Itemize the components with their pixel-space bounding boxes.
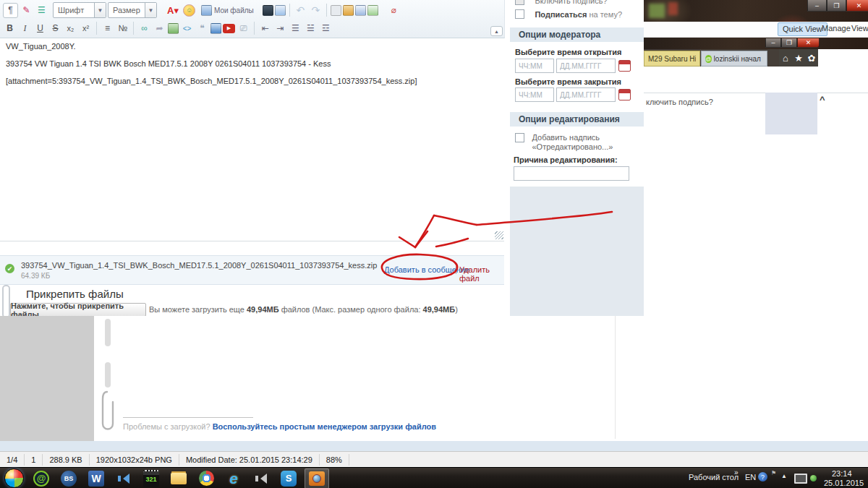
delete-file-link[interactable]: Удалить файл xyxy=(459,265,504,283)
network-tray-icon[interactable] xyxy=(794,474,807,484)
align-center-icon[interactable]: ☱ xyxy=(304,22,318,35)
textarea-resize-grip[interactable] xyxy=(495,231,503,239)
close-date-input[interactable] xyxy=(556,87,616,102)
toolbar-collapse-button[interactable]: ▲ xyxy=(490,26,503,36)
maximize-button[interactable]: ❐ xyxy=(827,0,846,12)
post-text-line[interactable]: [attachment=5:393754_VW_Tiguan_1.4_TSI_B… xyxy=(6,77,417,85)
link-icon[interactable]: ∞ xyxy=(137,22,151,35)
taskbar-ie[interactable]: e xyxy=(222,469,245,488)
align-right-icon[interactable]: ☲ xyxy=(319,22,333,35)
image-icon[interactable] xyxy=(168,23,179,34)
open-date-input[interactable] xyxy=(556,59,616,73)
strike-button[interactable]: S xyxy=(48,22,62,35)
unlink-icon[interactable]: ➦ xyxy=(153,22,166,35)
taskbar-mpc[interactable]: 321 xyxy=(140,469,163,488)
simple-uploader-link[interactable]: Воспользуйтесь простым менеджером загруз… xyxy=(213,422,436,431)
calendar-icon[interactable] xyxy=(618,60,631,72)
browser-tab-lozinskii[interactable]: @ lozinskii начал но... xyxy=(701,51,767,67)
taskbar-bsplayer[interactable]: BS xyxy=(57,469,80,488)
edited-note-row[interactable]: Добавить надпись «Отредактировано...» xyxy=(515,133,642,153)
paste-plain-icon[interactable] xyxy=(367,5,378,16)
bold-button[interactable]: B xyxy=(3,22,17,35)
start-button[interactable] xyxy=(2,469,25,488)
minimize-button[interactable]: – xyxy=(807,0,827,12)
font-dropdown[interactable]: Шрифт ▼ xyxy=(53,2,106,18)
font-color-icon[interactable]: A▾ xyxy=(164,4,182,17)
post-text-line[interactable]: VW_Tiguan_2008Y. xyxy=(6,42,76,51)
menu-manage[interactable]: Manage xyxy=(822,24,851,33)
attach-files-button[interactable]: Нажмите, чтобы прикрепить файлы xyxy=(10,303,146,317)
italic-button[interactable]: I xyxy=(18,22,32,35)
paste-icon[interactable] xyxy=(343,5,354,16)
subscribe-checkbox[interactable] xyxy=(515,9,524,19)
home-icon[interactable]: ⌂ xyxy=(779,53,792,64)
settings-gear-icon[interactable]: ✿ xyxy=(805,53,818,64)
taskbar-sound-device[interactable] xyxy=(250,469,273,488)
clock-date[interactable]: 25.01.2015 xyxy=(824,479,864,487)
help-tray-icon[interactable]: ? xyxy=(758,472,767,481)
taskbar-chrome[interactable] xyxy=(195,469,218,488)
remove-format-icon[interactable]: ⌀ xyxy=(387,4,401,17)
favorites-star-icon[interactable]: ★ xyxy=(792,53,805,64)
bullet-list-icon[interactable]: ≡ xyxy=(101,22,114,35)
status-green-tray-icon[interactable] xyxy=(810,475,817,481)
copy-icon[interactable] xyxy=(331,5,341,16)
underline-button[interactable]: U xyxy=(33,22,47,35)
toolbar-chevron[interactable]: » xyxy=(734,468,739,476)
minimize-button[interactable]: – xyxy=(765,38,781,48)
translate-icon[interactable] xyxy=(275,5,286,16)
smiley-icon[interactable]: ☺ xyxy=(183,4,195,17)
numbered-list-icon[interactable]: № xyxy=(116,22,129,35)
subscript-button[interactable]: x₂ xyxy=(64,22,77,35)
calendar-icon[interactable] xyxy=(618,89,631,100)
taskbar-mailru-agent[interactable]: @ xyxy=(30,469,53,488)
open-time-input[interactable] xyxy=(515,59,554,73)
subscribe-option-row[interactable]: Подписаться на тему? xyxy=(515,9,642,20)
upload-problem-text: Проблемы с загрузкой? xyxy=(123,422,210,431)
close-button[interactable]: ✕ xyxy=(797,38,820,48)
lines-icon[interactable]: ☰ xyxy=(35,4,48,17)
taskbar-capture-active[interactable] xyxy=(305,468,329,488)
quote-icon[interactable]: ❝ xyxy=(195,22,209,35)
signature-checkbox[interactable] xyxy=(515,0,524,5)
post-text-line[interactable]: 393754 VW Tiguan 1.4 TSI BWK Bosch MED17… xyxy=(6,59,331,68)
edited-note-checkbox[interactable] xyxy=(515,133,524,142)
taskbar-s-app[interactable]: S xyxy=(277,469,300,488)
code-icon[interactable]: <> xyxy=(180,22,194,35)
hr-icon[interactable]: ⎚ xyxy=(237,22,250,35)
clock-time[interactable]: 23:14 xyxy=(832,469,852,478)
superscript-button[interactable]: x² xyxy=(79,22,93,35)
bbcode-icon[interactable]: ¶ xyxy=(3,3,18,18)
eraser-icon[interactable]: ✎ xyxy=(20,4,33,17)
align-left-icon[interactable]: ☰ xyxy=(289,22,302,35)
taskbar-word[interactable]: W xyxy=(85,469,108,488)
taskbar-explorer[interactable] xyxy=(167,469,190,488)
taskbar-volume-app[interactable] xyxy=(112,469,135,488)
outdent-icon[interactable]: ⇤ xyxy=(258,22,272,35)
paste-word-icon[interactable] xyxy=(355,5,366,16)
close-time-input[interactable] xyxy=(515,87,554,102)
redo-icon[interactable]: ↷ xyxy=(309,4,323,17)
my-files-button[interactable]: Мои файлы xyxy=(201,5,254,16)
show-hidden-icons[interactable]: ▲ xyxy=(781,473,787,479)
browser-tab-subaru[interactable]: M29 Subaru Hitac.. xyxy=(644,51,700,67)
quota-suffix: ) xyxy=(455,305,458,314)
signature-option-row[interactable]: Включить подпись? xyxy=(515,0,642,7)
maximize-button[interactable]: ❐ xyxy=(781,38,797,48)
scroll-up-chevron-icon[interactable]: ^ xyxy=(820,94,825,105)
undo-icon[interactable]: ↶ xyxy=(294,4,307,17)
viewer-status-bar: 1/4 1 288.9 KB 1920x1032x24b PNG Modifie… xyxy=(0,451,868,468)
edit-reason-input[interactable] xyxy=(514,166,629,181)
close-button[interactable]: ✕ xyxy=(846,0,868,12)
search-book-icon[interactable] xyxy=(263,5,273,16)
flash-icon[interactable] xyxy=(210,23,221,34)
menu-view[interactable]: View xyxy=(851,24,868,33)
indent-icon[interactable]: ⇥ xyxy=(273,22,287,35)
size-dropdown[interactable]: Размер ▼ xyxy=(108,2,157,18)
screen: – ❐ ✕ Quick View Manage View – ❐ ✕ M29 S… xyxy=(0,0,868,488)
tray-misc-icon[interactable]: ⚑ xyxy=(771,470,776,476)
desktop-toolbar-label[interactable]: Рабочий стол xyxy=(689,473,739,481)
menu-quick-view[interactable]: Quick View xyxy=(778,22,827,36)
youtube-icon[interactable]: ▶ xyxy=(223,24,235,33)
language-indicator[interactable]: EN xyxy=(745,473,756,481)
